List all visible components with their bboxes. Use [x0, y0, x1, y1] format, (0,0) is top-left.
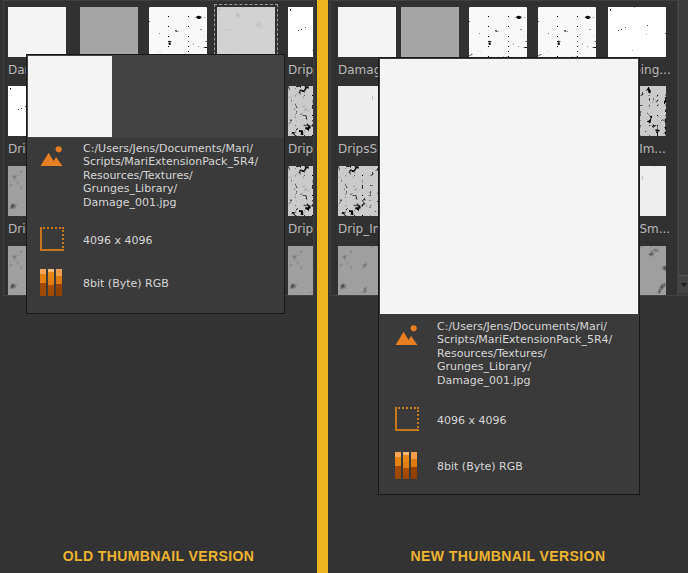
texture-thumbnail[interactable]: [288, 7, 314, 57]
tooltip-thumbnail-image-large: [380, 59, 638, 314]
vertical-scrollbar[interactable]: [678, 0, 688, 296]
texture-label: Drip_Im...: [288, 222, 314, 236]
texture-thumbnail[interactable]: [538, 7, 596, 57]
tooltip-depth: 8bit (Byte) RGB: [83, 277, 169, 290]
texture-thumbnail[interactable]: [8, 7, 66, 57]
texture-cell[interactable]: Dripping...: [288, 7, 314, 79]
texture-thumbnail[interactable]: [469, 7, 527, 57]
texture-thumbnail[interactable]: [401, 7, 459, 57]
tooltip-resolution: 4096 x 4096: [437, 414, 507, 427]
texture-thumbnail[interactable]: [217, 7, 275, 57]
path-line: C:/Users/Jens/Documents/Mari/: [437, 320, 612, 333]
image-icon: [40, 146, 63, 167]
split-divider: [317, 0, 328, 573]
path-line: Damage_001.jpg: [437, 374, 612, 387]
texture-thumbnail[interactable]: [608, 7, 666, 57]
path-line: C:/Users/Jens/Documents/Mari/: [83, 142, 258, 155]
texture-cell[interactable]: Drip_Im...: [288, 166, 314, 238]
chevron-down-icon: [681, 283, 687, 287]
tooltip-file-path: C:/Users/Jens/Documents/Mari/ Scripts/Ma…: [83, 142, 258, 209]
texture-label: Dripping...: [288, 63, 314, 77]
tooltip-resolution: 4096 x 4096: [83, 234, 153, 247]
screenshot-stage: Damage... Dripping...: [0, 0, 688, 573]
scroll-down-button[interactable]: [679, 275, 688, 293]
texture-thumbnail[interactable]: [288, 246, 314, 296]
path-line: Scripts/MariExtensionPack_5R4/: [83, 155, 258, 168]
thumbnail-tooltip-old: C:/Users/Jens/Documents/Mari/ Scripts/Ma…: [26, 54, 285, 314]
texture-thumbnail[interactable]: [288, 86, 314, 136]
dimensions-icon: [395, 407, 419, 431]
tooltip-thumbnail-image: [28, 56, 112, 137]
tooltip-file-path: C:/Users/Jens/Documents/Mari/ Scripts/Ma…: [437, 320, 612, 387]
path-line: Resources/Textures/: [83, 169, 258, 182]
color-depth-bars-icon: [40, 269, 62, 296]
old-version-title: OLD THUMBNAIL VERSION: [0, 548, 317, 564]
texture-cell[interactable]: Drip_Im...: [288, 86, 314, 158]
path-line: Grunges_Library/: [437, 360, 612, 373]
texture-cell[interactable]: [288, 246, 314, 296]
path-line: Resources/Textures/: [437, 347, 612, 360]
texture-thumbnail[interactable]: [80, 7, 138, 57]
color-depth-bars-icon: [395, 452, 417, 479]
path-line: Scripts/MariExtensionPack_5R4/: [437, 333, 612, 346]
texture-thumbnail[interactable]: [288, 166, 314, 216]
dimensions-icon: [40, 227, 64, 251]
image-icon: [395, 325, 418, 346]
thumbnail-tooltip-new: C:/Users/Jens/Documents/Mari/ Scripts/Ma…: [378, 57, 640, 495]
tooltip-depth: 8bit (Byte) RGB: [437, 460, 523, 473]
texture-thumbnail[interactable]: [149, 7, 207, 57]
new-version-title: NEW THUMBNAIL VERSION: [328, 548, 688, 564]
texture-thumbnail[interactable]: [338, 7, 396, 57]
path-line: Damage_001.jpg: [83, 196, 258, 209]
texture-label: Drip_Im...: [288, 142, 314, 156]
path-line: Grunges_Library/: [83, 182, 258, 195]
